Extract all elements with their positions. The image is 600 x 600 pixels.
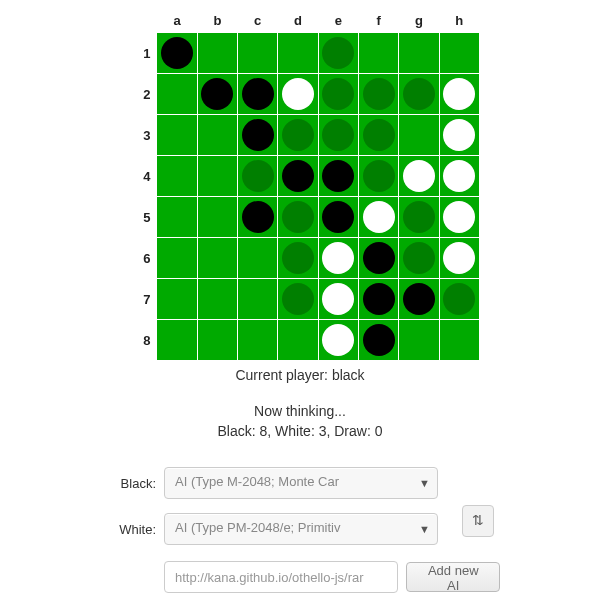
board-cell[interactable] [238, 197, 278, 238]
board-cell[interactable] [439, 279, 479, 320]
board-cell[interactable] [197, 33, 237, 74]
black-player-label: Black: [100, 476, 164, 491]
board-cell[interactable] [399, 279, 439, 320]
board-cell[interactable] [318, 197, 358, 238]
board-cell[interactable] [318, 156, 358, 197]
board-cell[interactable] [157, 33, 197, 74]
row-header: 6 [120, 238, 157, 279]
row-header: 8 [120, 320, 157, 361]
white-disc [322, 283, 354, 315]
row-header: 3 [120, 115, 157, 156]
board-cell[interactable] [238, 279, 278, 320]
board-cell[interactable] [399, 115, 439, 156]
white-disc [443, 201, 475, 233]
move-hint-disc [363, 160, 395, 192]
col-header: a [157, 8, 197, 33]
black-disc [201, 78, 233, 110]
board-cell[interactable] [439, 74, 479, 115]
board-cell[interactable] [278, 197, 318, 238]
board-cell[interactable] [197, 238, 237, 279]
col-header: h [439, 8, 479, 33]
board-cell[interactable] [157, 320, 197, 361]
add-ai-button[interactable]: Add new AI [406, 562, 500, 592]
board-cell[interactable] [278, 115, 318, 156]
ai-url-input[interactable] [164, 561, 398, 593]
board-cell[interactable] [197, 115, 237, 156]
othello-board: abcdefgh 12345678 [120, 8, 480, 361]
board-cell[interactable] [358, 156, 398, 197]
board-cell[interactable] [318, 279, 358, 320]
board-cell[interactable] [358, 238, 398, 279]
board-cell[interactable] [439, 156, 479, 197]
board-cell[interactable] [358, 74, 398, 115]
score-line: Black: 8, White: 3, Draw: 0 [0, 423, 600, 439]
board-cell[interactable] [318, 33, 358, 74]
row-header: 5 [120, 197, 157, 238]
board-cell[interactable] [358, 320, 398, 361]
board-cell[interactable] [318, 115, 358, 156]
board-cell[interactable] [197, 197, 237, 238]
board-cell[interactable] [238, 320, 278, 361]
board-cell[interactable] [439, 33, 479, 74]
move-hint-disc [242, 160, 274, 192]
black-disc [161, 37, 193, 69]
board-cell[interactable] [358, 279, 398, 320]
board-cell[interactable] [238, 33, 278, 74]
col-header: e [318, 8, 358, 33]
swap-players-button[interactable]: ⇅ [462, 505, 494, 537]
board-cell[interactable] [157, 115, 197, 156]
row-header: 7 [120, 279, 157, 320]
board-cell[interactable] [157, 238, 197, 279]
white-ai-select[interactable]: AI (Type PM-2048/e; Primitiv [164, 513, 438, 545]
board-cell[interactable] [439, 320, 479, 361]
board-cell[interactable] [399, 320, 439, 361]
board-cell[interactable] [197, 320, 237, 361]
board-cell[interactable] [197, 156, 237, 197]
white-player-label: White: [100, 522, 164, 537]
board-cell[interactable] [358, 115, 398, 156]
black-disc [363, 242, 395, 274]
board-cell[interactable] [157, 197, 197, 238]
black-disc [363, 324, 395, 356]
board-cell[interactable] [278, 320, 318, 361]
board-cell[interactable] [278, 74, 318, 115]
move-hint-disc [443, 283, 475, 315]
black-disc [242, 201, 274, 233]
board-cell[interactable] [399, 197, 439, 238]
row-header: 2 [120, 74, 157, 115]
row-header: 1 [120, 33, 157, 74]
white-disc [443, 160, 475, 192]
board-cell[interactable] [238, 238, 278, 279]
board-cell[interactable] [157, 156, 197, 197]
board-cell[interactable] [238, 156, 278, 197]
board-cell[interactable] [238, 74, 278, 115]
board-cell[interactable] [318, 74, 358, 115]
board-cell[interactable] [238, 115, 278, 156]
board-cell[interactable] [157, 279, 197, 320]
move-hint-disc [282, 283, 314, 315]
board-cell[interactable] [439, 238, 479, 279]
controls-panel: Black: AI (Type M-2048; Monte Car ▼ ⇅ Wh… [100, 467, 500, 600]
black-ai-select[interactable]: AI (Type M-2048; Monte Car [164, 467, 438, 499]
move-hint-disc [322, 119, 354, 151]
board-cell[interactable] [399, 156, 439, 197]
board-cell[interactable] [197, 279, 237, 320]
board-cell[interactable] [278, 238, 318, 279]
board-cell[interactable] [439, 197, 479, 238]
board-cell[interactable] [197, 74, 237, 115]
board-cell[interactable] [358, 33, 398, 74]
board-cell[interactable] [278, 33, 318, 74]
board-cell[interactable] [157, 74, 197, 115]
board-cell[interactable] [278, 279, 318, 320]
board-cell[interactable] [399, 33, 439, 74]
board-cell[interactable] [278, 156, 318, 197]
board-cell[interactable] [318, 238, 358, 279]
board-cell[interactable] [399, 74, 439, 115]
board-cell[interactable] [399, 238, 439, 279]
move-hint-disc [322, 37, 354, 69]
move-hint-disc [322, 78, 354, 110]
board-cell[interactable] [439, 115, 479, 156]
board-cell[interactable] [318, 320, 358, 361]
board-cell[interactable] [358, 197, 398, 238]
move-hint-disc [403, 201, 435, 233]
